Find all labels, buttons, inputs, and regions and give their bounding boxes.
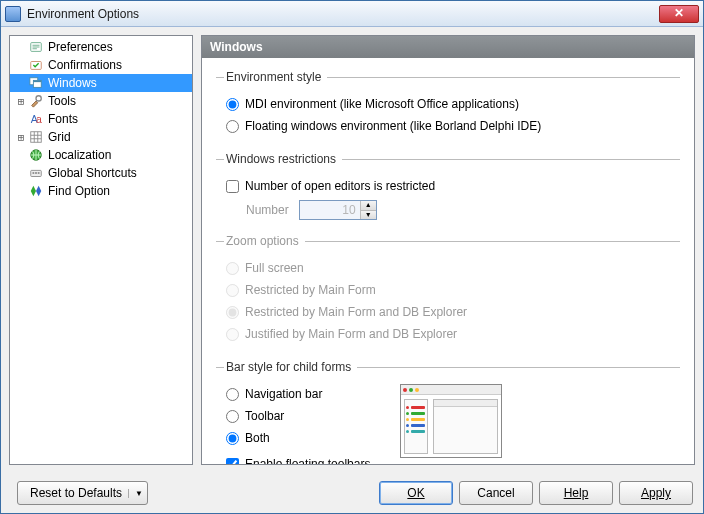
tree-item-windows[interactable]: Windows [10, 74, 192, 92]
ok-button[interactable]: OK [379, 481, 453, 505]
zoom-options-legend: Zoom options [224, 234, 305, 248]
tree-item-preferences[interactable]: Preferences [10, 38, 192, 56]
tree-label: Tools [48, 94, 76, 108]
number-spinner[interactable]: ▲▼ [299, 200, 377, 220]
cancel-button[interactable]: Cancel [459, 481, 533, 505]
tree-item-fonts[interactable]: AaFonts [10, 110, 192, 128]
confirmations-icon [28, 57, 44, 73]
spinner-up[interactable]: ▲ [360, 201, 376, 211]
content-pane: Windows Environment style MDI environmen… [201, 35, 695, 465]
zoom-maindb-label: Restricted by Main Form and DB Explorer [245, 305, 467, 319]
mdi-label[interactable]: MDI environment (like Microsoft Office a… [245, 97, 519, 111]
mdi-radio[interactable] [226, 98, 239, 111]
tree-label: Fonts [48, 112, 78, 126]
panel-title: Windows [202, 36, 694, 58]
chevron-down-icon[interactable]: ▼ [128, 489, 143, 498]
number-label: Number [246, 203, 289, 217]
number-input[interactable] [300, 201, 360, 219]
environment-style-legend: Environment style [224, 70, 327, 84]
tree-item-tools[interactable]: ⊞Tools [10, 92, 192, 110]
window-title: Environment Options [27, 7, 659, 21]
reset-defaults-button[interactable]: Reset to Defaults▼ [17, 481, 148, 505]
bar-style-preview [400, 384, 502, 458]
grid-icon [28, 129, 44, 145]
limit-editors-checkbox[interactable] [226, 180, 239, 193]
zoom-just-label: Justified by Main Form and DB Explorer [245, 327, 457, 341]
bar-style-group: Bar style for child forms Navigation bar… [216, 360, 680, 464]
floating-toolbars-label[interactable]: Enable floating toolbars [245, 457, 370, 464]
windows-restrictions-legend: Windows restrictions [224, 152, 342, 166]
svg-point-5 [36, 96, 41, 101]
environment-style-group: Environment style MDI environment (like … [216, 70, 680, 138]
zoom-full-radio [226, 262, 239, 275]
shortcuts-icon [28, 165, 44, 181]
localization-icon [28, 147, 44, 163]
app-icon [5, 6, 21, 22]
tree-label: Confirmations [48, 58, 122, 72]
tree-label: Windows [48, 76, 97, 90]
windows-icon [28, 75, 44, 91]
close-button[interactable]: ✕ [659, 5, 699, 23]
zoom-main-radio [226, 284, 239, 297]
zoom-just-radio [226, 328, 239, 341]
category-tree[interactable]: PreferencesConfirmationsWindows⊞ToolsAaF… [9, 35, 193, 465]
limit-editors-label[interactable]: Number of open editors is restricted [245, 179, 435, 193]
expand-icon[interactable]: ⊞ [14, 131, 28, 144]
dialog-footer: Reset to Defaults▼ OK Cancel Help Apply [1, 473, 703, 513]
tree-label: Find Option [48, 184, 110, 198]
tree-label: Preferences [48, 40, 113, 54]
svg-text:a: a [36, 113, 42, 125]
zoom-main-label: Restricted by Main Form [245, 283, 376, 297]
tree-label: Global Shortcuts [48, 166, 137, 180]
tree-label: Localization [48, 148, 111, 162]
spinner-down[interactable]: ▼ [360, 211, 376, 220]
tools-icon [28, 93, 44, 109]
tree-item-localization[interactable]: Localization [10, 146, 192, 164]
svg-rect-13 [38, 172, 40, 174]
preferences-icon [28, 39, 44, 55]
bar-toolbar-radio[interactable] [226, 410, 239, 423]
floating-radio[interactable] [226, 120, 239, 133]
zoom-full-label: Full screen [245, 261, 304, 275]
svg-rect-12 [35, 172, 37, 174]
floating-label[interactable]: Floating windows environment (like Borla… [245, 119, 541, 133]
svg-rect-4 [33, 80, 41, 82]
bar-nav-label[interactable]: Navigation bar [245, 387, 322, 401]
windows-restrictions-group: Windows restrictions Number of open edit… [216, 152, 680, 220]
tree-item-find-option[interactable]: Find Option [10, 182, 192, 200]
expand-icon[interactable]: ⊞ [14, 95, 28, 108]
environment-options-dialog: Environment Options ✕ PreferencesConfirm… [0, 0, 704, 514]
bar-both-label[interactable]: Both [245, 431, 270, 445]
fonts-icon: Aa [28, 111, 44, 127]
bar-nav-radio[interactable] [226, 388, 239, 401]
bar-both-radio[interactable] [226, 432, 239, 445]
tree-item-grid[interactable]: ⊞Grid [10, 128, 192, 146]
titlebar: Environment Options ✕ [1, 1, 703, 27]
help-button[interactable]: Help [539, 481, 613, 505]
zoom-maindb-radio [226, 306, 239, 319]
bar-style-legend: Bar style for child forms [224, 360, 357, 374]
tree-label: Grid [48, 130, 71, 144]
find-icon [28, 183, 44, 199]
zoom-options-group: Zoom options Full screen Restricted by M… [216, 234, 680, 346]
svg-rect-11 [33, 172, 35, 174]
svg-rect-8 [31, 132, 42, 143]
tree-item-confirmations[interactable]: Confirmations [10, 56, 192, 74]
apply-button[interactable]: Apply [619, 481, 693, 505]
tree-item-global-shortcuts[interactable]: Global Shortcuts [10, 164, 192, 182]
floating-toolbars-checkbox[interactable] [226, 458, 239, 465]
bar-toolbar-label[interactable]: Toolbar [245, 409, 284, 423]
